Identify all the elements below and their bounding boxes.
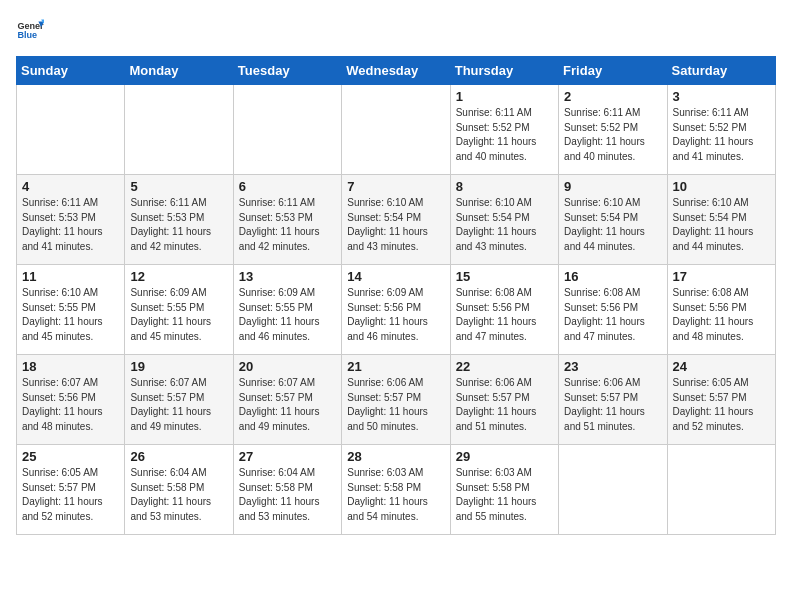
day-info: Sunrise: 6:07 AM Sunset: 5:57 PM Dayligh…	[239, 376, 336, 434]
day-number: 2	[564, 89, 661, 104]
calendar-cell: 4Sunrise: 6:11 AM Sunset: 5:53 PM Daylig…	[17, 175, 125, 265]
calendar-week-1: 4Sunrise: 6:11 AM Sunset: 5:53 PM Daylig…	[17, 175, 776, 265]
calendar-cell: 15Sunrise: 6:08 AM Sunset: 5:56 PM Dayli…	[450, 265, 558, 355]
calendar-cell: 9Sunrise: 6:10 AM Sunset: 5:54 PM Daylig…	[559, 175, 667, 265]
day-number: 9	[564, 179, 661, 194]
calendar-cell: 11Sunrise: 6:10 AM Sunset: 5:55 PM Dayli…	[17, 265, 125, 355]
calendar-cell	[559, 445, 667, 535]
day-number: 18	[22, 359, 119, 374]
day-info: Sunrise: 6:10 AM Sunset: 5:54 PM Dayligh…	[673, 196, 770, 254]
calendar-cell: 28Sunrise: 6:03 AM Sunset: 5:58 PM Dayli…	[342, 445, 450, 535]
calendar-week-3: 18Sunrise: 6:07 AM Sunset: 5:56 PM Dayli…	[17, 355, 776, 445]
calendar-cell: 19Sunrise: 6:07 AM Sunset: 5:57 PM Dayli…	[125, 355, 233, 445]
calendar-cell: 2Sunrise: 6:11 AM Sunset: 5:52 PM Daylig…	[559, 85, 667, 175]
calendar-cell: 14Sunrise: 6:09 AM Sunset: 5:56 PM Dayli…	[342, 265, 450, 355]
calendar-cell: 5Sunrise: 6:11 AM Sunset: 5:53 PM Daylig…	[125, 175, 233, 265]
day-number: 27	[239, 449, 336, 464]
calendar-cell: 22Sunrise: 6:06 AM Sunset: 5:57 PM Dayli…	[450, 355, 558, 445]
calendar-week-0: 1Sunrise: 6:11 AM Sunset: 5:52 PM Daylig…	[17, 85, 776, 175]
svg-text:Blue: Blue	[17, 30, 37, 40]
calendar-cell: 10Sunrise: 6:10 AM Sunset: 5:54 PM Dayli…	[667, 175, 775, 265]
day-number: 1	[456, 89, 553, 104]
day-number: 8	[456, 179, 553, 194]
day-number: 14	[347, 269, 444, 284]
calendar-cell	[125, 85, 233, 175]
day-info: Sunrise: 6:07 AM Sunset: 5:56 PM Dayligh…	[22, 376, 119, 434]
column-header-wednesday: Wednesday	[342, 57, 450, 85]
column-header-tuesday: Tuesday	[233, 57, 341, 85]
page-header: General Blue	[16, 16, 776, 44]
day-info: Sunrise: 6:10 AM Sunset: 5:54 PM Dayligh…	[564, 196, 661, 254]
calendar-cell	[233, 85, 341, 175]
day-number: 22	[456, 359, 553, 374]
calendar-cell: 8Sunrise: 6:10 AM Sunset: 5:54 PM Daylig…	[450, 175, 558, 265]
day-number: 25	[22, 449, 119, 464]
calendar-cell: 17Sunrise: 6:08 AM Sunset: 5:56 PM Dayli…	[667, 265, 775, 355]
day-info: Sunrise: 6:11 AM Sunset: 5:53 PM Dayligh…	[130, 196, 227, 254]
calendar-cell: 3Sunrise: 6:11 AM Sunset: 5:52 PM Daylig…	[667, 85, 775, 175]
day-number: 29	[456, 449, 553, 464]
day-info: Sunrise: 6:08 AM Sunset: 5:56 PM Dayligh…	[673, 286, 770, 344]
day-number: 26	[130, 449, 227, 464]
calendar-cell	[667, 445, 775, 535]
day-info: Sunrise: 6:09 AM Sunset: 5:55 PM Dayligh…	[239, 286, 336, 344]
day-info: Sunrise: 6:05 AM Sunset: 5:57 PM Dayligh…	[673, 376, 770, 434]
day-number: 16	[564, 269, 661, 284]
column-header-friday: Friday	[559, 57, 667, 85]
day-number: 7	[347, 179, 444, 194]
calendar-cell: 1Sunrise: 6:11 AM Sunset: 5:52 PM Daylig…	[450, 85, 558, 175]
logo: General Blue	[16, 16, 48, 44]
calendar-cell: 13Sunrise: 6:09 AM Sunset: 5:55 PM Dayli…	[233, 265, 341, 355]
calendar-cell: 26Sunrise: 6:04 AM Sunset: 5:58 PM Dayli…	[125, 445, 233, 535]
calendar-cell: 25Sunrise: 6:05 AM Sunset: 5:57 PM Dayli…	[17, 445, 125, 535]
calendar-cell: 12Sunrise: 6:09 AM Sunset: 5:55 PM Dayli…	[125, 265, 233, 355]
day-info: Sunrise: 6:06 AM Sunset: 5:57 PM Dayligh…	[456, 376, 553, 434]
day-info: Sunrise: 6:08 AM Sunset: 5:56 PM Dayligh…	[456, 286, 553, 344]
logo-icon: General Blue	[16, 16, 44, 44]
column-header-thursday: Thursday	[450, 57, 558, 85]
day-number: 4	[22, 179, 119, 194]
day-info: Sunrise: 6:03 AM Sunset: 5:58 PM Dayligh…	[456, 466, 553, 524]
day-info: Sunrise: 6:11 AM Sunset: 5:52 PM Dayligh…	[456, 106, 553, 164]
day-info: Sunrise: 6:07 AM Sunset: 5:57 PM Dayligh…	[130, 376, 227, 434]
calendar-cell	[17, 85, 125, 175]
day-number: 23	[564, 359, 661, 374]
calendar-week-2: 11Sunrise: 6:10 AM Sunset: 5:55 PM Dayli…	[17, 265, 776, 355]
calendar-week-4: 25Sunrise: 6:05 AM Sunset: 5:57 PM Dayli…	[17, 445, 776, 535]
column-header-monday: Monday	[125, 57, 233, 85]
day-number: 21	[347, 359, 444, 374]
day-number: 17	[673, 269, 770, 284]
calendar-cell: 20Sunrise: 6:07 AM Sunset: 5:57 PM Dayli…	[233, 355, 341, 445]
day-number: 28	[347, 449, 444, 464]
day-info: Sunrise: 6:04 AM Sunset: 5:58 PM Dayligh…	[239, 466, 336, 524]
day-info: Sunrise: 6:11 AM Sunset: 5:53 PM Dayligh…	[22, 196, 119, 254]
calendar-cell: 16Sunrise: 6:08 AM Sunset: 5:56 PM Dayli…	[559, 265, 667, 355]
column-header-sunday: Sunday	[17, 57, 125, 85]
day-number: 20	[239, 359, 336, 374]
calendar-cell	[342, 85, 450, 175]
day-info: Sunrise: 6:11 AM Sunset: 5:52 PM Dayligh…	[564, 106, 661, 164]
day-info: Sunrise: 6:06 AM Sunset: 5:57 PM Dayligh…	[564, 376, 661, 434]
day-info: Sunrise: 6:06 AM Sunset: 5:57 PM Dayligh…	[347, 376, 444, 434]
day-number: 24	[673, 359, 770, 374]
day-number: 10	[673, 179, 770, 194]
calendar-cell: 18Sunrise: 6:07 AM Sunset: 5:56 PM Dayli…	[17, 355, 125, 445]
day-info: Sunrise: 6:08 AM Sunset: 5:56 PM Dayligh…	[564, 286, 661, 344]
day-info: Sunrise: 6:10 AM Sunset: 5:55 PM Dayligh…	[22, 286, 119, 344]
calendar-cell: 21Sunrise: 6:06 AM Sunset: 5:57 PM Dayli…	[342, 355, 450, 445]
calendar-cell: 7Sunrise: 6:10 AM Sunset: 5:54 PM Daylig…	[342, 175, 450, 265]
day-info: Sunrise: 6:11 AM Sunset: 5:52 PM Dayligh…	[673, 106, 770, 164]
day-info: Sunrise: 6:09 AM Sunset: 5:55 PM Dayligh…	[130, 286, 227, 344]
calendar-table: SundayMondayTuesdayWednesdayThursdayFrid…	[16, 56, 776, 535]
calendar-cell: 27Sunrise: 6:04 AM Sunset: 5:58 PM Dayli…	[233, 445, 341, 535]
day-number: 19	[130, 359, 227, 374]
day-info: Sunrise: 6:10 AM Sunset: 5:54 PM Dayligh…	[347, 196, 444, 254]
day-info: Sunrise: 6:11 AM Sunset: 5:53 PM Dayligh…	[239, 196, 336, 254]
day-info: Sunrise: 6:05 AM Sunset: 5:57 PM Dayligh…	[22, 466, 119, 524]
day-number: 6	[239, 179, 336, 194]
day-number: 5	[130, 179, 227, 194]
day-number: 11	[22, 269, 119, 284]
day-number: 3	[673, 89, 770, 104]
day-info: Sunrise: 6:03 AM Sunset: 5:58 PM Dayligh…	[347, 466, 444, 524]
day-number: 12	[130, 269, 227, 284]
